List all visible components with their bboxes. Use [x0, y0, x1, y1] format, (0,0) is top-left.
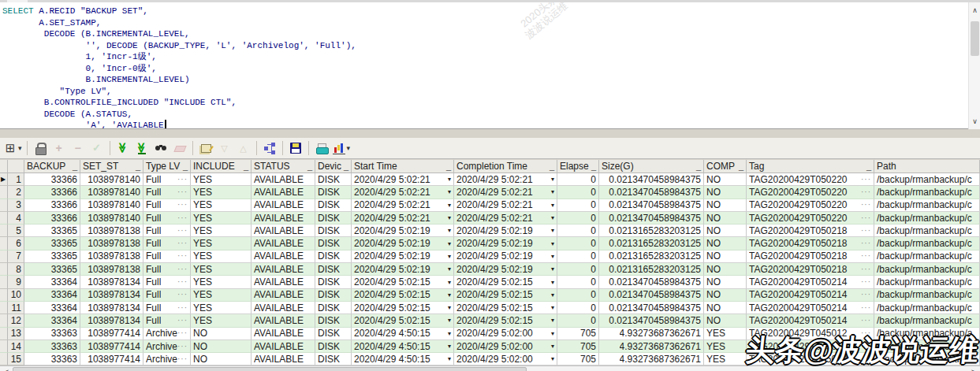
- cell-path[interactable]: /backup/rmanbackup/c: [874, 199, 980, 212]
- cell-size-g[interactable]: 0.0213470458984375: [599, 173, 704, 186]
- cell-start-time[interactable]: 2020/4/29 5:02:21▾: [352, 173, 454, 186]
- cell-backup-set[interactable]: 33363: [24, 328, 80, 340]
- cell-completion-time[interactable]: 2020/4/29 5:02:15▾: [454, 302, 557, 314]
- cell-dropdown-icon[interactable]: ▾: [551, 317, 554, 324]
- cell-size-g[interactable]: 0.0213165283203125: [599, 250, 704, 263]
- cell-set-stamp[interactable]: 1038977414: [80, 328, 143, 340]
- column-header-path[interactable]: Path: [874, 160, 980, 173]
- cell-dropdown-icon[interactable]: ▾: [448, 214, 451, 221]
- cell-start-time[interactable]: 2020/4/29 4:50:15▾: [352, 328, 454, 340]
- lock-button[interactable]: [32, 139, 49, 157]
- cell-completion-time[interactable]: 2020/4/29 5:02:00▾: [454, 353, 557, 365]
- fetch-all-records-button[interactable]: ≫: [133, 139, 151, 157]
- edit-data-button[interactable]: [197, 139, 214, 157]
- ellipsis-button[interactable]: ···: [861, 278, 871, 286]
- cell-dropdown-icon[interactable]: ▾: [551, 227, 554, 234]
- cell-completion-time[interactable]: 2020/4/29 5:02:19▾: [454, 263, 557, 276]
- column-header-status[interactable]: STATUS_: [252, 160, 315, 173]
- cell-size-g[interactable]: 0.0213470458984375: [599, 276, 704, 288]
- cell-tag[interactable]: TAG20200429T045012···: [747, 353, 874, 365]
- cell-completion-time[interactable]: 2020/4/29 5:02:15▾: [454, 289, 557, 302]
- cell-device[interactable]: DISK: [315, 173, 352, 186]
- cell-dropdown-icon[interactable]: ▾: [448, 227, 451, 234]
- cell-set-stamp[interactable]: 1038978140: [80, 186, 143, 198]
- cell-path[interactable]: /backup/rmanbackup/c: [874, 276, 980, 288]
- cell-path[interactable]: /backup/rmanbackup/c: [874, 212, 980, 224]
- cell-backup-set[interactable]: 33366: [24, 212, 80, 224]
- cell-set-stamp[interactable]: 1038977414: [80, 353, 143, 365]
- table-row[interactable]: 14333631038977414Archivel···NOAVAILABLED…: [0, 340, 980, 353]
- cell-tag[interactable]: TAG20200429T050218···: [747, 237, 874, 250]
- cell-include-ctl[interactable]: YES: [191, 212, 252, 224]
- find-button[interactable]: [152, 139, 170, 157]
- cell-elapse[interactable]: 0: [557, 250, 599, 263]
- cell-elapse[interactable]: 0: [557, 199, 599, 212]
- cell-status[interactable]: AVAILABLE: [252, 289, 315, 302]
- cell-include-ctl[interactable]: YES: [191, 250, 252, 263]
- cell-start-time[interactable]: 2020/4/29 5:02:21▾: [352, 199, 454, 212]
- cell-backup-set[interactable]: 33365: [24, 224, 80, 237]
- cell-device[interactable]: DISK: [315, 340, 352, 353]
- cell-dropdown-icon[interactable]: ▾: [551, 202, 554, 209]
- cell-tag[interactable]: TAG20200429T050220···: [747, 199, 874, 212]
- grid-horizontal-scrollbar[interactable]: < >: [0, 365, 980, 371]
- table-row[interactable]: 13333631038977414Archivel···NOAVAILABLED…: [0, 328, 980, 340]
- editor-grid-splitter[interactable]: [0, 130, 980, 138]
- cell-comp[interactable]: NO: [704, 199, 747, 212]
- row-number[interactable]: 3: [8, 199, 24, 212]
- cell-size-g[interactable]: 0.0213470458984375: [599, 314, 704, 327]
- row-number[interactable]: 14: [8, 340, 24, 353]
- cell-status[interactable]: AVAILABLE: [252, 328, 315, 340]
- cell-status[interactable]: AVAILABLE: [252, 314, 315, 327]
- ellipsis-button[interactable]: ···: [861, 239, 871, 247]
- cell-dropdown-icon[interactable]: ▾: [448, 291, 451, 299]
- cell-dropdown-icon[interactable]: ▾: [448, 317, 451, 324]
- row-number[interactable]: 1: [8, 173, 24, 186]
- cell-type-lv[interactable]: Full···: [143, 276, 191, 288]
- ellipsis-button[interactable]: ···: [861, 188, 871, 196]
- cell-dropdown-icon[interactable]: ▾: [448, 202, 451, 209]
- ellipsis-button[interactable]: ···: [177, 227, 188, 235]
- dropdown-caret-icon[interactable]: ▾: [347, 144, 351, 152]
- column-header-start-time[interactable]: Start Time_: [352, 160, 454, 173]
- ellipsis-button[interactable]: ···: [861, 227, 871, 235]
- cell-device[interactable]: DISK: [315, 237, 352, 250]
- row-number[interactable]: 13: [8, 328, 24, 340]
- cell-elapse[interactable]: 0: [557, 237, 599, 250]
- column-header-set-stamp[interactable]: SET_ST_: [80, 160, 143, 173]
- cell-status[interactable]: AVAILABLE: [252, 173, 315, 186]
- vertical-scrollbar-thumb[interactable]: [971, 21, 979, 56]
- ellipsis-button[interactable]: ···: [177, 176, 188, 184]
- cell-backup-set[interactable]: 33365: [24, 237, 80, 250]
- cell-start-time[interactable]: 2020/4/29 5:02:15▾: [352, 289, 454, 302]
- cell-dropdown-icon[interactable]: ▾: [448, 330, 451, 337]
- row-number[interactable]: 2: [8, 186, 24, 198]
- cell-backup-set[interactable]: 33366: [24, 173, 80, 186]
- cell-comp[interactable]: NO: [704, 212, 747, 224]
- ellipsis-button[interactable]: ···: [177, 304, 188, 312]
- cell-backup-set[interactable]: 33364: [24, 314, 80, 327]
- row-number[interactable]: 8: [8, 263, 24, 276]
- cell-device[interactable]: DISK: [315, 328, 352, 340]
- cell-device[interactable]: DISK: [315, 199, 352, 212]
- cell-path[interactable]: /backup/rmanbackup/c: [874, 302, 980, 314]
- scroll-right-icon[interactable]: >: [967, 366, 980, 371]
- cell-backup-set[interactable]: 33363: [24, 340, 80, 353]
- column-header-size-g[interactable]: Size(G)_: [599, 160, 704, 173]
- single-record-view-button[interactable]: [261, 139, 278, 157]
- cell-comp[interactable]: NO: [704, 173, 747, 186]
- cell-set-stamp[interactable]: 1038978140: [80, 173, 143, 186]
- cell-comp[interactable]: YES: [704, 328, 747, 340]
- cell-type-lv[interactable]: Archivel···: [143, 340, 191, 353]
- ellipsis-button[interactable]: ···: [861, 304, 871, 312]
- cell-backup-set[interactable]: 33365: [24, 263, 80, 276]
- column-header-completion-time[interactable]: Completion Time_: [454, 160, 557, 173]
- cell-status[interactable]: AVAILABLE: [252, 250, 315, 263]
- cell-completion-time[interactable]: 2020/4/29 5:02:00▾: [454, 340, 557, 353]
- cell-start-time[interactable]: 2020/4/29 5:02:19▾: [352, 250, 454, 263]
- ellipsis-button[interactable]: ···: [177, 343, 188, 351]
- cell-dropdown-icon[interactable]: ▾: [551, 240, 554, 247]
- cell-size-g[interactable]: 0.0213470458984375: [599, 289, 704, 302]
- cell-comp[interactable]: NO: [704, 302, 747, 314]
- cell-backup-set[interactable]: 33364: [24, 276, 80, 288]
